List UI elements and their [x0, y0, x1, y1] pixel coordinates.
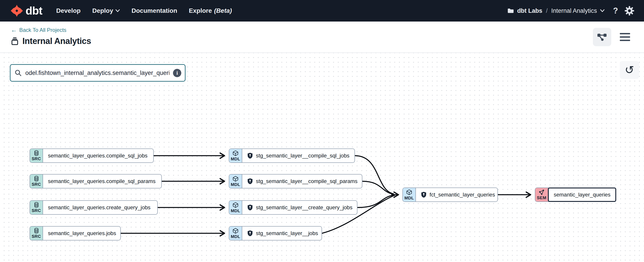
info-icon[interactable]: i — [173, 69, 181, 77]
cube-icon — [406, 189, 412, 195]
node-type-badge: SEM — [537, 195, 546, 200]
graph-node-model[interactable]: MDL stg_semantic_layer__compile_sql_para… — [229, 174, 362, 188]
project-icon — [11, 37, 19, 46]
gear-icon[interactable] — [625, 6, 634, 16]
node-label: stg_semantic_layer__create_query_jobs — [256, 204, 352, 211]
breadcrumb-separator: / — [546, 8, 548, 14]
chevron-down-icon — [600, 9, 604, 12]
chevron-down-icon — [116, 9, 120, 12]
semantic-model-icon — [539, 189, 545, 195]
nav-explore[interactable]: Explore (Beta) — [189, 7, 232, 14]
graph-node-model[interactable]: MDL fct_semantic_layer_queries — [402, 187, 498, 202]
shield-lock-icon — [247, 230, 253, 236]
back-link-label: Back To All Projects — [19, 27, 66, 33]
node-type-badge: MDL — [404, 196, 414, 200]
shield-lock-icon — [247, 153, 253, 159]
database-icon — [34, 176, 40, 182]
lineage-search: odel.fishtown_internal_analytics.semanti… — [10, 64, 186, 82]
database-icon — [34, 202, 40, 208]
node-label: semantic_layer_queries.create_query_jobs — [48, 204, 150, 211]
breadcrumb-account: dbt Labs — [517, 8, 542, 14]
graph-node-source[interactable]: SRC semantic_layer_queries.create_query_… — [30, 200, 158, 215]
back-arrow-icon: ← — [11, 27, 17, 34]
cube-icon — [232, 202, 239, 208]
database-icon — [34, 228, 40, 234]
nav-explore-label: Explore — [189, 7, 212, 14]
graph-node-source[interactable]: SRC semantic_layer_queries.jobs — [30, 226, 121, 240]
back-to-projects-link[interactable]: ← Back To All Projects — [11, 27, 66, 34]
node-label: semantic_layer_queries — [554, 192, 610, 198]
database-icon — [34, 150, 40, 156]
graph-node-semantic-model[interactable]: SEM semantic_layer_queries — [535, 187, 616, 202]
project-header: ← Back To All Projects Internal Analytic… — [0, 22, 644, 53]
node-label: semantic_layer_queries.compile_sql_jobs — [48, 153, 148, 159]
reset-view-button[interactable]: ↺ — [620, 61, 639, 79]
graph-node-model[interactable]: MDL stg_semantic_layer__compile_sql_jobs — [229, 148, 355, 163]
nav-deploy-label: Deploy — [92, 7, 113, 14]
page-title: Internal Analytics — [22, 36, 91, 46]
reset-icon: ↺ — [625, 64, 634, 76]
cube-icon — [232, 228, 239, 234]
account-project-breadcrumb[interactable]: dbt Labs / Internal Analytics — [507, 8, 604, 14]
node-type-badge: MDL — [231, 157, 240, 161]
node-type-badge: MDL — [231, 234, 240, 239]
lineage-view-icon — [597, 32, 607, 42]
main-nav: Develop Deploy Documentation Explore (Be… — [56, 7, 232, 14]
dbt-logo-icon — [10, 4, 23, 17]
node-label: fct_semantic_layer_queries — [430, 192, 495, 198]
dbt-logo-text: dbt — [26, 4, 42, 17]
help-button[interactable]: ? — [613, 6, 618, 16]
shield-lock-icon — [247, 178, 253, 184]
nav-develop[interactable]: Develop — [56, 7, 81, 14]
dbt-logo[interactable]: dbt — [10, 4, 42, 17]
folder-icon — [507, 8, 514, 14]
node-type-badge: MDL — [231, 182, 240, 187]
node-label: stg_semantic_layer__compile_sql_jobs — [256, 153, 350, 159]
menu-icon — [620, 33, 630, 34]
search-input[interactable]: odel.fishtown_internal_analytics.semanti… — [25, 70, 170, 77]
node-type-badge: SRC — [32, 156, 41, 161]
node-type-badge: SRC — [32, 182, 41, 187]
cube-icon — [232, 150, 239, 156]
node-type-badge: SRC — [32, 208, 41, 213]
graph-node-model[interactable]: MDL stg_semantic_layer__jobs — [229, 226, 322, 240]
graph-node-model[interactable]: MDL stg_semantic_layer__create_query_job… — [229, 200, 358, 215]
graph-node-source[interactable]: SRC semantic_layer_queries.compile_sql_p… — [30, 174, 162, 188]
lineage-canvas[interactable]: odel.fishtown_internal_analytics.semanti… — [0, 53, 644, 261]
nav-deploy[interactable]: Deploy — [92, 7, 120, 14]
node-label: stg_semantic_layer__jobs — [256, 230, 318, 236]
lineage-view-button[interactable] — [593, 28, 611, 46]
node-label: semantic_layer_queries.compile_sql_param… — [48, 178, 156, 184]
node-label: stg_semantic_layer__compile_sql_params — [256, 178, 358, 184]
node-type-badge: SRC — [32, 234, 41, 239]
nav-documentation[interactable]: Documentation — [132, 7, 177, 14]
shield-lock-icon — [247, 204, 253, 211]
search-icon — [14, 69, 22, 77]
node-type-badge: MDL — [231, 208, 240, 213]
nav-explore-beta-tag: (Beta) — [214, 7, 232, 14]
graph-node-source[interactable]: SRC semantic_layer_queries.compile_sql_j… — [30, 148, 154, 163]
node-label: semantic_layer_queries.jobs — [48, 230, 116, 236]
top-navigation-bar: dbt Develop Deploy Documentation Explore… — [0, 0, 644, 22]
breadcrumb-project: Internal Analytics — [551, 8, 597, 14]
cube-icon — [232, 176, 239, 182]
menu-button[interactable] — [619, 32, 630, 42]
shield-lock-icon — [421, 192, 427, 198]
